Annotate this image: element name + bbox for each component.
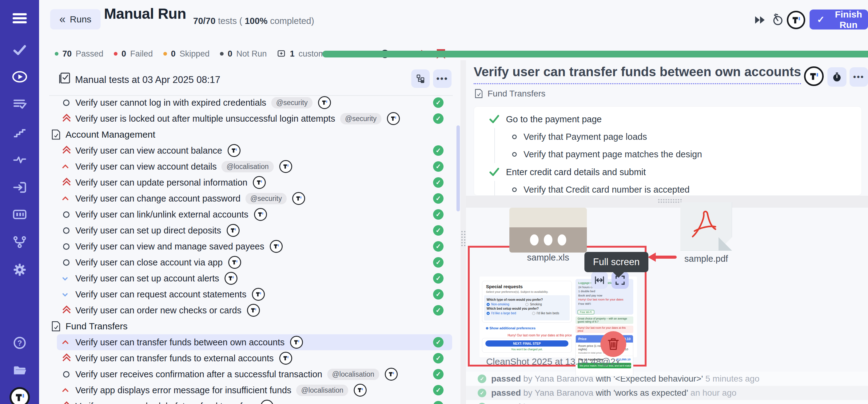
panel-splitter[interactable] [461,60,466,404]
detail-ai-logo-icon[interactable] [804,66,824,86]
step-row[interactable]: Verify that Credit card number is accept… [494,181,862,196]
test-title: Verify user can view account balance [75,146,222,156]
step-row[interactable]: Verify that Payment page loads [494,128,862,146]
delete-attachment-button[interactable] [600,331,626,357]
step-row[interactable]: Enter credit card details and submit [474,163,862,181]
test-status-icon [63,114,75,123]
automated-tid-icon[interactable] [253,176,266,189]
test-status-icon [63,402,75,404]
detail-timer-button[interactable] [828,67,846,87]
passed-check-icon: ✓ [433,337,443,347]
pdf-attachment-icon[interactable] [680,202,732,251]
step-row[interactable]: Verify that payment page matches the des… [494,146,862,163]
fast-forward-icon[interactable] [754,14,766,26]
timer-icon[interactable] [771,13,784,26]
projects-folder-icon[interactable] [0,363,39,378]
test-status-icon [63,259,75,266]
finish-run-button[interactable]: ✓ Finish Run [810,9,868,30]
automated-tid-icon[interactable] [354,384,367,397]
automated-tid-icon[interactable] [228,256,241,269]
test-row[interactable]: Verify user can set up account alerts ✓ [57,270,452,286]
testomat-logo[interactable] [0,386,39,404]
test-row[interactable]: Verify user can close account via app ✓ [57,255,452,270]
passed-check-icon: ✓ [433,161,443,172]
menu-icon[interactable] [0,9,39,27]
list-more-button[interactable]: ••• [433,69,452,88]
list-scrollbar[interactable] [457,125,460,211]
automated-tid-icon[interactable] [254,208,267,221]
milestones-steps-icon[interactable] [0,125,39,140]
tag-pill[interactable]: @security [340,113,382,125]
automated-tid-icon[interactable] [387,112,400,125]
test-row[interactable]: Verify user can view account details @lo… [57,159,452,174]
passed-check-icon: ✓ [433,289,443,300]
test-row[interactable]: Verify user can link/unlink external acc… [57,206,452,223]
test-row[interactable]: Verify user can view account balance ✓ [57,142,452,159]
automated-tid-icon[interactable] [252,288,265,301]
test-row[interactable]: Verify user can set up direct deposits ✓ [57,223,452,238]
test-row[interactable]: Verify user is locked out after multiple… [57,111,452,127]
automated-tid-icon[interactable] [227,224,240,237]
test-detail-title[interactable]: Verify user can transfer funds between o… [474,65,801,84]
analytics-pulse-icon[interactable] [0,153,39,167]
screenshot-attachment-label[interactable]: CleanShot 2025 at 13.04.48@2x.... [479,357,637,367]
tree-view-button[interactable] [411,69,430,88]
branches-icon[interactable] [0,235,39,249]
test-row[interactable]: Verify user can change account password … [57,191,452,206]
test-row[interactable]: Verify user can schedule future fund tra… [57,398,452,404]
automated-tid-icon[interactable] [290,336,303,349]
automated-tid-icon[interactable] [270,240,283,253]
automated-tid-icon[interactable] [279,160,292,173]
back-to-runs-button[interactable]: « Runs [50,9,100,30]
test-row[interactable]: Account Management [51,127,452,142]
tag-pill[interactable]: @localisation [221,161,274,172]
test-title: Verify user can update personal informat… [75,177,247,188]
history-passed-icon: ✓ [478,389,486,397]
history-row[interactable]: ✓ passed by Yana Baranova with '<Expecte… [466,372,868,386]
automated-tid-icon[interactable] [318,96,331,109]
fit-width-button[interactable] [591,272,608,289]
tag-pill[interactable]: @security [245,193,287,204]
test-row[interactable]: Verify user can order new checks or card… [57,302,452,318]
test-row[interactable]: Fund Transfers [51,318,452,334]
test-row[interactable]: Verify user can transfer funds between o… [57,334,452,350]
automated-tid-icon[interactable] [385,368,398,381]
automated-tid-icon[interactable] [224,272,238,285]
automated-tid-icon[interactable] [247,304,260,317]
test-title: Verify user can view and manage saved pa… [75,241,264,251]
detail-more-button[interactable]: ••• [849,67,868,87]
xls-attachment-thumbnail[interactable] [509,208,587,252]
test-row[interactable]: Verify app displays error message for in… [57,382,452,398]
test-row[interactable]: Verify user receives confirmation after … [57,366,452,382]
passed-check-icon: ✓ [433,369,443,379]
test-row[interactable]: Verify user can request account statemen… [57,286,452,302]
passed-check-icon: ✓ [433,113,443,124]
step-row[interactable]: Go to the payment page [474,110,862,128]
tag-pill[interactable]: @localisation [296,385,348,396]
reports-dashboard-icon[interactable] [0,207,39,222]
history-row[interactable]: ✓ passed by Yana Baranova with 'works as… [466,386,868,400]
automated-tid-icon[interactable] [279,352,292,365]
skipped-count: 0 [171,49,176,59]
settings-gear-icon[interactable] [0,262,39,277]
import-icon[interactable] [0,180,39,195]
test-status-icon [63,371,75,378]
breadcrumb[interactable]: Fund Transfers [474,89,545,99]
runs-play-icon[interactable] [0,69,39,84]
test-row[interactable]: Verify user cannot log in with expired c… [57,95,452,111]
pdf-attachment-label[interactable]: sample.pdf [680,254,732,264]
help-icon[interactable]: ? [0,336,39,350]
tests-check-icon[interactable] [0,42,39,57]
tag-pill[interactable]: @security [271,97,313,108]
test-plans-icon[interactable] [0,97,39,111]
automated-tid-icon[interactable] [260,400,274,404]
history-row[interactable]: ✓ passed by Yana Baranova [466,400,868,404]
test-row[interactable]: Verify user can update personal informat… [57,174,452,191]
automated-tid-icon[interactable] [227,144,241,157]
test-row[interactable]: Verify user can view and manage saved pa… [57,238,452,255]
tag-pill[interactable]: @localisation [327,369,379,380]
automated-tid-icon[interactable] [292,192,305,205]
xls-attachment-label[interactable]: sample.xls [509,252,587,263]
test-row[interactable]: Verify user can transfer funds to extern… [57,350,452,366]
ai-assistant-logo-icon[interactable] [787,11,805,29]
